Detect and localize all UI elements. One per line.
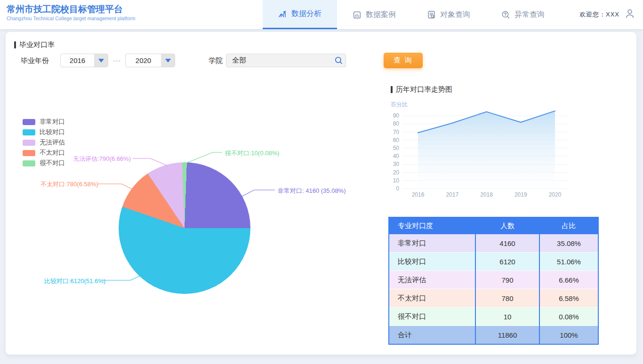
pie-callout: 不太对口:780(6.58%) bbox=[40, 180, 96, 189]
pie-callout: 非常对口: 4160 (35.08%) bbox=[278, 187, 346, 195]
tab-label: 数据案例 bbox=[366, 10, 396, 20]
table-cell: 51.06% bbox=[539, 253, 598, 271]
stats-table: 专业对口度 人数 占比 非常对口 4160 35.08% 比较对口 6120 5… bbox=[388, 217, 599, 345]
table-cell: 0.08% bbox=[539, 308, 598, 326]
table-row: 非常对口 4160 35.08% bbox=[389, 234, 598, 253]
table-row: 不太对口 780 6.58% bbox=[389, 289, 598, 308]
query-button[interactable]: 查 询 bbox=[384, 53, 423, 68]
main-card: 毕业对口率 毕业年份 2016 --- 2020 学院 查 询 非常对口 比较对… bbox=[6, 32, 636, 355]
tab-data-analysis[interactable]: 数据分析 bbox=[263, 0, 337, 29]
svg-text:0: 0 bbox=[396, 185, 399, 192]
svg-text:50: 50 bbox=[393, 145, 400, 151]
tab-object-query[interactable]: 对象查询 bbox=[411, 0, 486, 29]
year-from-value: 2016 bbox=[61, 54, 94, 67]
legend-label: 比较对口 bbox=[40, 128, 65, 136]
table-cell: 无法评估 bbox=[389, 271, 475, 289]
legend-label: 非常对口 bbox=[40, 118, 65, 126]
year-to-select[interactable]: 2020 bbox=[125, 54, 175, 67]
year-range-label: 毕业年份 bbox=[21, 56, 49, 65]
tab-data-cases[interactable]: 数据案例 bbox=[337, 0, 411, 29]
svg-text:2018: 2018 bbox=[480, 191, 493, 198]
pie-callout: 很不对口:10(0.08%) bbox=[225, 149, 280, 158]
legend-label: 不太对口 bbox=[40, 149, 65, 157]
table-cell: 10 bbox=[475, 308, 539, 326]
table-cell: 不太对口 bbox=[389, 289, 475, 308]
table-row: 无法评估 790 6.66% bbox=[389, 271, 598, 289]
legend-swatch bbox=[23, 140, 35, 146]
svg-text:90: 90 bbox=[393, 112, 400, 119]
legend-swatch bbox=[23, 119, 35, 125]
tab-label: 数据分析 bbox=[291, 9, 322, 19]
legend-item: 很不对口 bbox=[23, 158, 65, 168]
app-header: 常州市技工院校目标管理平台 Changzhou Technical Colleg… bbox=[0, 0, 643, 29]
trend-area-chart: 010203040506070809020162017201820192020 bbox=[388, 106, 572, 200]
table-cell: 780 bbox=[475, 289, 539, 308]
chevron-down-icon bbox=[161, 54, 175, 67]
range-separator: --- bbox=[113, 57, 121, 64]
legend-label: 很不对口 bbox=[40, 159, 65, 167]
year-to-value: 2020 bbox=[126, 54, 161, 67]
legend-swatch bbox=[23, 150, 35, 156]
title-bar-decoration bbox=[14, 41, 16, 48]
svg-text:30: 30 bbox=[393, 161, 400, 167]
table-cell: 35.08% bbox=[539, 234, 598, 253]
chart-board-icon bbox=[353, 10, 362, 19]
table-cell: 很不对口 bbox=[389, 308, 475, 326]
table-cell: 非常对口 bbox=[389, 234, 475, 253]
section-title-graduation-rate: 毕业对口率 bbox=[14, 40, 55, 49]
title-bar-decoration bbox=[391, 86, 393, 93]
svg-text:2017: 2017 bbox=[446, 191, 458, 198]
table-cell: 11860 bbox=[475, 326, 539, 345]
table-cell: 比较对口 bbox=[389, 253, 475, 271]
pie-chart bbox=[119, 162, 250, 294]
legend-item: 无法评估 bbox=[23, 137, 65, 148]
tab-abnormal-query[interactable]: 异常查询 bbox=[486, 0, 560, 29]
svg-text:70: 70 bbox=[393, 129, 400, 135]
user-area: 欢迎您：XXX bbox=[579, 0, 635, 29]
table-cell: 6.66% bbox=[539, 271, 598, 289]
pie-callout: 比较对口:6120(51.6%) bbox=[44, 277, 101, 285]
app-subtitle: Changzhou Technical College target manag… bbox=[7, 16, 136, 22]
svg-text:2016: 2016 bbox=[412, 191, 425, 198]
table-cell: 100% bbox=[539, 326, 598, 345]
bar-chart-icon bbox=[278, 9, 287, 18]
table-header-row: 专业对口度 人数 占比 bbox=[389, 217, 598, 234]
svg-text:2019: 2019 bbox=[514, 191, 527, 198]
svg-text:20: 20 bbox=[393, 169, 400, 176]
app-title: 常州市技工院校目标管理平台 bbox=[7, 4, 136, 15]
svg-text:80: 80 bbox=[393, 120, 400, 127]
page: 常州市技工院校目标管理平台 Changzhou Technical Colleg… bbox=[0, 0, 643, 364]
legend-swatch bbox=[23, 129, 35, 135]
svg-text:2020: 2020 bbox=[549, 191, 562, 198]
question-search-icon bbox=[501, 10, 510, 19]
tab-label: 异常查询 bbox=[514, 10, 545, 20]
table-cell: 4160 bbox=[475, 234, 539, 253]
section-title-trend: 历年对口率走势图 bbox=[391, 85, 452, 94]
document-search-icon bbox=[427, 10, 436, 19]
table-cell: 790 bbox=[475, 271, 539, 289]
welcome-text: 欢迎您：XXX bbox=[579, 10, 619, 19]
legend-item: 比较对口 bbox=[23, 127, 65, 137]
year-from-select[interactable]: 2016 bbox=[60, 54, 108, 67]
legend-item: 非常对口 bbox=[23, 117, 65, 127]
table-row: 比较对口 6120 51.06% bbox=[389, 253, 598, 271]
trend-title-text: 历年对口率走势图 bbox=[396, 85, 452, 94]
college-input[interactable] bbox=[226, 56, 331, 64]
table-total-row: 合计 11860 100% bbox=[389, 326, 598, 345]
pie-callout: 无法评估:790(6.66%) bbox=[71, 155, 131, 163]
tab-label: 对象查询 bbox=[440, 10, 470, 20]
user-icon[interactable] bbox=[624, 8, 635, 21]
chevron-down-icon bbox=[94, 54, 108, 67]
table-cell: 6120 bbox=[475, 253, 539, 271]
column-header: 人数 bbox=[475, 217, 539, 234]
svg-text:60: 60 bbox=[393, 137, 400, 143]
legend-swatch bbox=[23, 160, 35, 166]
svg-text:40: 40 bbox=[393, 153, 400, 159]
table-row: 很不对口 10 0.08% bbox=[389, 308, 598, 326]
table-cell: 合计 bbox=[389, 326, 475, 345]
legend-item: 不太对口 bbox=[23, 148, 65, 158]
search-icon[interactable] bbox=[331, 56, 346, 65]
column-header: 占比 bbox=[539, 217, 598, 234]
legend-label: 无法评估 bbox=[40, 138, 65, 147]
college-label: 学院 bbox=[209, 56, 223, 65]
